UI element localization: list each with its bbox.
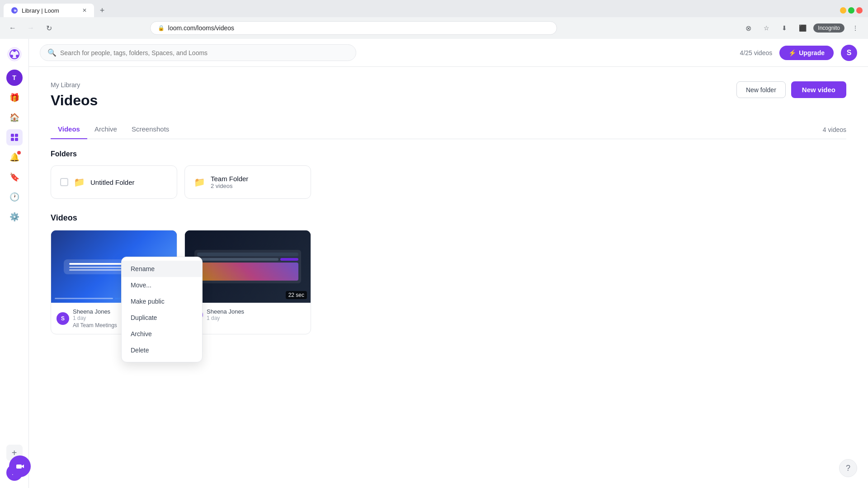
- download-icon[interactable]: ⬇: [777, 21, 792, 35]
- video-user-2: S Sheena Jones 1 day: [190, 308, 305, 321]
- video-user-avatar-1: S: [57, 312, 69, 325]
- extensions-icon[interactable]: ⬛: [795, 21, 810, 35]
- refresh-button[interactable]: ↻: [42, 21, 56, 35]
- video-date-2: 1 day: [207, 315, 220, 321]
- folder-meta: 2 videos: [211, 183, 248, 189]
- video-date-1: 1 day: [73, 315, 86, 321]
- svg-point-3: [13, 49, 16, 52]
- content-area: New folder New video My Library Videos V…: [29, 67, 868, 488]
- folders-section-title: Folders: [51, 150, 846, 158]
- bookmark-icon: 🔖: [9, 172, 19, 182]
- tab-archive[interactable]: Archive: [87, 120, 124, 139]
- tab-close-button[interactable]: ✕: [82, 7, 87, 14]
- folders-grid: 📁 Untitled Folder 📁 Team Folder 2 videos: [51, 165, 846, 199]
- svg-point-5: [10, 55, 13, 57]
- forward-button[interactable]: →: [24, 21, 38, 35]
- new-tab-button[interactable]: +: [96, 4, 108, 17]
- context-menu-item-make-public[interactable]: Make public: [122, 293, 202, 310]
- browser-tab[interactable]: Library | Loom ✕: [4, 4, 94, 17]
- upgrade-button[interactable]: ⚡ Upgrade: [779, 46, 834, 60]
- clock-icon: 🕐: [9, 192, 19, 202]
- context-menu-item-delete[interactable]: Delete: [122, 342, 202, 358]
- sidebar-item-notifications[interactable]: 🔔: [6, 149, 23, 165]
- user-profile-avatar[interactable]: S: [841, 45, 857, 61]
- tab-videos[interactable]: Videos: [51, 120, 87, 139]
- menu-icon[interactable]: ⋮: [848, 21, 863, 35]
- lightning-icon: ⚡: [788, 49, 796, 56]
- context-menu-item-move[interactable]: Move...: [122, 277, 202, 293]
- maximize-button[interactable]: [848, 7, 854, 14]
- page-title: Videos: [51, 92, 846, 109]
- video-user-name-2: Sheena Jones: [207, 308, 244, 315]
- folder-name: Untitled Folder: [90, 178, 135, 186]
- svg-rect-9: [15, 138, 18, 141]
- minimize-button[interactable]: [840, 7, 846, 14]
- svg-rect-6: [11, 134, 14, 137]
- gear-icon: ⚙️: [9, 212, 19, 222]
- folder-card-untitled[interactable]: 📁 Untitled Folder: [51, 165, 177, 199]
- help-button[interactable]: ?: [839, 459, 857, 477]
- tab-screenshots[interactable]: Screenshots: [124, 120, 176, 139]
- svg-rect-7: [15, 134, 18, 137]
- cast-icon[interactable]: ⊗: [741, 21, 755, 35]
- sidebar-item-library[interactable]: [6, 129, 23, 145]
- gift-icon: 🎁: [9, 93, 19, 103]
- sidebar-item-home[interactable]: 🏠: [6, 109, 23, 126]
- video-count-label: 4/25 videos: [740, 49, 773, 56]
- sidebar-item-bookmarks[interactable]: 🔖: [6, 169, 23, 185]
- context-menu-item-rename[interactable]: Rename: [122, 261, 202, 277]
- tab-favicon: [11, 7, 18, 14]
- tabs-container: Videos Archive Screenshots 4 videos: [51, 120, 846, 139]
- video-thumbnail-2: 22 sec: [185, 230, 311, 303]
- sidebar-item-settings[interactable]: ⚙️: [6, 209, 23, 225]
- bookmark-star-icon[interactable]: ☆: [759, 21, 774, 35]
- folder-checkbox[interactable]: [60, 178, 68, 186]
- new-folder-button[interactable]: New folder: [736, 81, 786, 98]
- back-button[interactable]: ←: [5, 21, 20, 35]
- context-menu: Rename Move... Make public Duplicate Arc…: [121, 257, 203, 362]
- video-info-2: S Sheena Jones 1 day: [185, 303, 311, 327]
- home-icon: 🏠: [9, 113, 19, 122]
- sidebar-item-featured[interactable]: 🎁: [6, 89, 23, 106]
- breadcrumb: My Library: [51, 81, 846, 89]
- sidebar-logo[interactable]: [6, 46, 23, 62]
- folder-icon: 📁: [194, 177, 205, 188]
- folder-icon: 📁: [74, 177, 85, 188]
- search-icon: 🔍: [47, 48, 57, 57]
- security-icon: 🔒: [158, 25, 165, 31]
- video-duration-2: 22 sec: [286, 291, 307, 299]
- header-buttons: New folder New video: [736, 81, 846, 98]
- video-tags-1: All Team Meetings: [73, 322, 117, 328]
- tab-title: Library | Loom: [22, 7, 79, 14]
- context-menu-item-duplicate[interactable]: Duplicate: [122, 310, 202, 326]
- sidebar: T 🎁 🏠 🔔 🔖: [0, 39, 29, 488]
- search-input[interactable]: [60, 49, 349, 56]
- new-video-button[interactable]: New video: [791, 81, 846, 98]
- record-button[interactable]: [9, 455, 31, 477]
- videos-section-title: Videos: [51, 213, 846, 223]
- sidebar-item-history[interactable]: 🕐: [6, 189, 23, 205]
- context-menu-item-archive[interactable]: Archive: [122, 326, 202, 342]
- video-count-tab: 4 videos: [823, 121, 846, 139]
- folder-name: Team Folder: [211, 175, 248, 183]
- video-user-name-1: Sheena Jones: [73, 308, 117, 315]
- search-box[interactable]: 🔍: [40, 44, 356, 61]
- close-button[interactable]: [856, 7, 863, 14]
- svg-rect-8: [11, 138, 14, 141]
- topbar: 🔍 4/25 videos ⚡ Upgrade S: [29, 39, 868, 67]
- svg-rect-10: [16, 465, 22, 469]
- video-card-2[interactable]: 22 sec S Sheena Jones 1 day: [184, 230, 311, 334]
- url-display[interactable]: loom.com/looms/videos: [168, 24, 234, 32]
- notification-dot: [17, 151, 21, 155]
- incognito-badge: Incognito: [813, 23, 844, 33]
- svg-point-4: [16, 55, 19, 57]
- library-icon: [10, 133, 19, 142]
- workspace-avatar[interactable]: T: [6, 70, 23, 86]
- main-content: 🔍 4/25 videos ⚡ Upgrade S New folder New…: [29, 39, 868, 488]
- folder-card-team[interactable]: 📁 Team Folder 2 videos: [184, 165, 311, 199]
